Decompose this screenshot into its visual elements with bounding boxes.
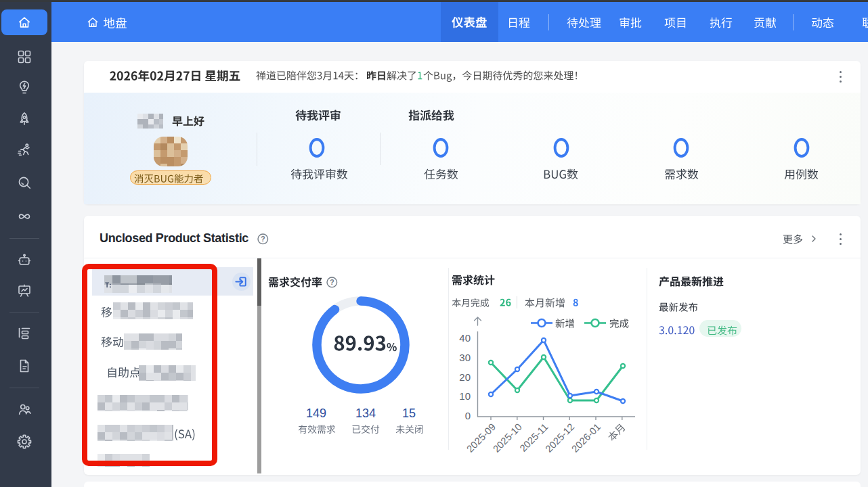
- svg-text:?: ?: [261, 235, 265, 243]
- svg-text:?: ?: [330, 278, 334, 286]
- svg-text:134: 134: [355, 407, 375, 420]
- svg-text:0: 0: [465, 410, 471, 421]
- svg-text:40: 40: [459, 332, 471, 344]
- svg-text:2025-10: 2025-10: [491, 421, 524, 455]
- svg-text:30: 30: [459, 352, 471, 363]
- svg-text:10: 10: [459, 390, 471, 402]
- svg-text:Unclosed Product Statistic: Unclosed Product Statistic: [100, 231, 248, 245]
- svg-text:149: 149: [306, 407, 326, 420]
- svg-text:20: 20: [459, 371, 471, 383]
- svg-text:15: 15: [402, 407, 416, 420]
- svg-text:2026-01: 2026-01: [569, 421, 603, 455]
